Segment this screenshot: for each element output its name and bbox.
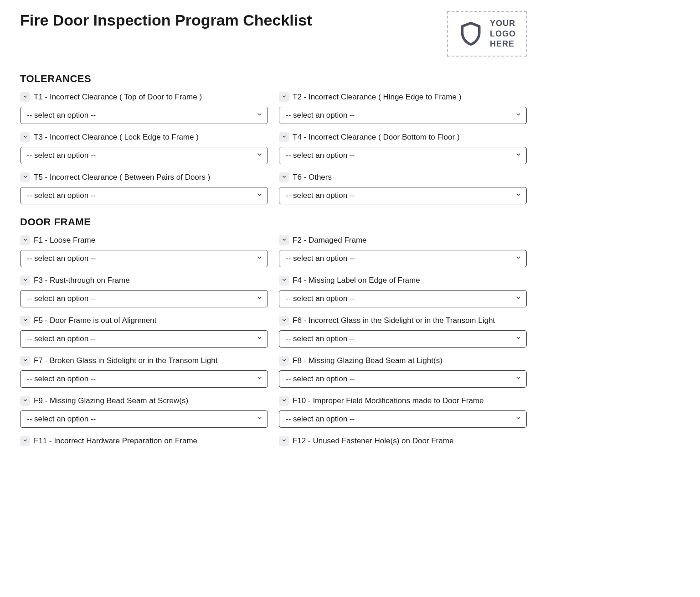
option-select[interactable]: -- select an option -- [279,330,527,348]
chevron-down-icon [22,317,28,325]
checklist-field: F3 - Rust-through on Frame-- select an o… [20,275,268,307]
checklist-field: F2 - Damaged Frame-- select an option -- [279,235,527,267]
chevron-down-icon [515,294,522,303]
checklist-label: F11 - Incorrect Hardware Preparation on … [34,436,197,446]
chevron-down-icon [281,397,287,405]
select-placeholder: -- select an option -- [286,111,355,120]
checklist-field: F12 - Unused Fastener Hole(s) on Door Fr… [279,436,527,451]
checklist-field: F6 - Incorrect Glass in the Sidelight or… [279,316,527,348]
option-select[interactable]: -- select an option -- [279,107,527,124]
chevron-down-icon [515,191,522,200]
chevron-down-icon [281,357,287,365]
chevron-down-icon [256,374,263,384]
select-placeholder: -- select an option -- [27,334,96,343]
checklist-label: F12 - Unused Fastener Hole(s) on Door Fr… [293,436,453,446]
option-select[interactable]: -- select an option -- [20,330,268,348]
section-heading: DOOR FRAME [20,216,527,228]
expand-toggle[interactable] [279,275,289,286]
logo-placeholder: YOUR LOGO HERE [447,11,527,57]
logo-text: YOUR LOGO HERE [490,18,516,49]
checklist-label: F9 - Missing Glazing Bead Seam at Screw(… [34,396,188,405]
checklist-label: T1 - Incorrect Clearance ( Top of Door t… [34,93,202,102]
chevron-down-icon [515,111,522,120]
checklist-field: T5 - Incorrect Clearance ( Between Pairs… [20,172,268,204]
expand-toggle[interactable] [20,436,30,446]
expand-toggle[interactable] [279,235,289,245]
checklist-label: T3 - Incorrect Clearance ( Lock Edge to … [34,133,199,142]
option-select[interactable]: -- select an option -- [279,147,527,164]
chevron-down-icon [515,334,522,343]
option-select[interactable]: -- select an option -- [20,250,268,267]
expand-toggle[interactable] [20,275,30,286]
chevron-down-icon [256,334,263,343]
expand-toggle[interactable] [279,356,289,366]
expand-toggle[interactable] [279,316,289,326]
expand-toggle[interactable] [279,92,289,102]
select-placeholder: -- select an option -- [286,254,355,263]
expand-toggle[interactable] [20,396,30,406]
expand-toggle[interactable] [279,436,289,446]
checklist-label: T6 - Others [293,173,332,182]
checklist-label: T2 - Incorrect Clearance ( Hinge Edge to… [293,93,461,102]
chevron-down-icon [281,276,287,285]
checklist-label: F3 - Rust-through on Frame [34,276,130,285]
chevron-down-icon [256,254,263,263]
expand-toggle[interactable] [20,132,30,142]
select-placeholder: -- select an option -- [286,374,355,384]
option-select[interactable]: -- select an option -- [279,410,527,428]
select-placeholder: -- select an option -- [27,191,96,200]
checklist-field: F11 - Incorrect Hardware Preparation on … [20,436,268,451]
checklist-field: T2 - Incorrect Clearance ( Hinge Edge to… [279,92,527,124]
chevron-down-icon [281,236,287,244]
chevron-down-icon [515,415,522,424]
chevron-down-icon [281,173,287,182]
option-select[interactable]: -- select an option -- [279,187,527,204]
option-select[interactable]: -- select an option -- [20,410,268,428]
option-select[interactable]: -- select an option -- [279,290,527,307]
checklist-label: F5 - Door Frame is out of Alignment [34,316,156,325]
checklist-field: F4 - Missing Label on Edge of Frame-- se… [279,275,527,307]
checklist-field: T4 - Incorrect Clearance ( Door Bottom t… [279,132,527,164]
expand-toggle[interactable] [20,92,30,102]
checklist-field: T6 - Others-- select an option -- [279,172,527,204]
select-placeholder: -- select an option -- [27,254,96,263]
expand-toggle[interactable] [279,172,289,182]
select-placeholder: -- select an option -- [27,415,96,424]
chevron-down-icon [256,415,263,424]
checklist-field: F10 - Improper Field Modifications made … [279,396,527,428]
option-select[interactable]: -- select an option -- [279,250,527,267]
option-select[interactable]: -- select an option -- [20,187,268,204]
expand-toggle[interactable] [20,316,30,326]
option-select[interactable]: -- select an option -- [20,107,268,124]
chevron-down-icon [22,357,28,365]
select-placeholder: -- select an option -- [286,334,355,343]
expand-toggle[interactable] [20,235,30,245]
expand-toggle[interactable] [20,356,30,366]
checklist-field: T3 - Incorrect Clearance ( Lock Edge to … [20,132,268,164]
chevron-down-icon [22,397,28,405]
chevron-down-icon [22,133,28,141]
select-placeholder: -- select an option -- [286,151,355,160]
chevron-down-icon [515,254,522,263]
option-select[interactable]: -- select an option -- [20,290,268,307]
option-select[interactable]: -- select an option -- [20,147,268,164]
checklist-field: T1 - Incorrect Clearance ( Top of Door t… [20,92,268,124]
expand-toggle[interactable] [279,132,289,142]
chevron-down-icon [22,93,28,101]
select-placeholder: -- select an option -- [27,294,96,303]
select-placeholder: -- select an option -- [286,415,355,424]
chevron-down-icon [22,437,28,445]
chevron-down-icon [22,276,28,285]
chevron-down-icon [515,151,522,160]
chevron-down-icon [22,173,28,182]
option-select[interactable]: -- select an option -- [279,370,527,388]
expand-toggle[interactable] [279,396,289,406]
expand-toggle[interactable] [20,172,30,182]
select-placeholder: -- select an option -- [27,151,96,160]
select-placeholder: -- select an option -- [286,191,355,200]
select-placeholder: -- select an option -- [27,111,96,120]
checklist-field: F9 - Missing Glazing Bead Seam at Screw(… [20,396,268,428]
checklist-field: F8 - Missing Glazing Bead Seam at Light(… [279,356,527,388]
chevron-down-icon [281,437,287,445]
option-select[interactable]: -- select an option -- [20,370,268,388]
